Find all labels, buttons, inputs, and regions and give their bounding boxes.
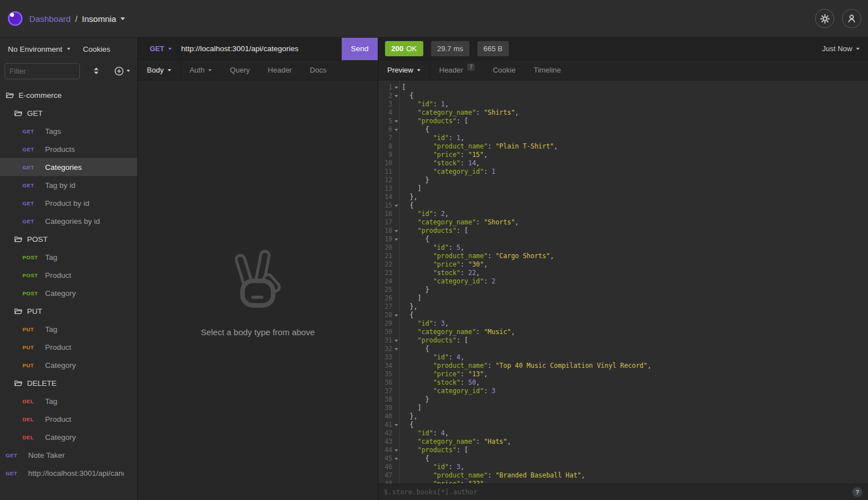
code-line: 27 }, — [378, 303, 868, 311]
chevron-down-icon — [856, 48, 860, 50]
line-number: 4 — [378, 109, 392, 117]
response-code: 1[2 {3 "id": 1,4 "category_name": "Shirt… — [378, 83, 868, 484]
code-line: 41 { — [378, 421, 868, 429]
code-line: 23 "stock": 22, — [378, 269, 868, 277]
folder-label: POST — [27, 235, 48, 244]
line-number: 46 — [378, 463, 392, 471]
code-line: 10 "stock": 14, — [378, 159, 868, 168]
tab-header[interactable]: Header — [259, 60, 301, 80]
sidebar-request[interactable]: DELTag — [0, 392, 137, 410]
sidebar-request[interactable]: DELCategory — [0, 428, 137, 446]
folder-open-icon — [14, 380, 23, 387]
environment-label: No Environment — [8, 45, 62, 53]
sidebar-request[interactable]: GETProduct by id — [0, 194, 137, 212]
code-line: 35 "price": "13", — [378, 370, 868, 379]
sidebar-request[interactable]: POSTProduct — [0, 266, 137, 284]
sidebar-request[interactable]: GETCategories by id — [0, 212, 137, 230]
code-line: 16 "id": 2, — [378, 210, 868, 218]
folder-label: GET — [27, 109, 43, 118]
sidebar-request[interactable]: PUTProduct — [0, 338, 137, 356]
tab-body[interactable]: Body — [138, 60, 180, 80]
url-input[interactable]: http://localhost:3001/api/categories — [181, 44, 342, 53]
send-button[interactable]: Send — [342, 38, 378, 60]
sidebar-request[interactable]: GEThttp://localhost:3001/api/candida... — [0, 464, 137, 482]
main-layout: No Environment Cookies — [0, 38, 868, 500]
sidebar-request[interactable]: GETTag by id — [0, 176, 137, 194]
sidebar-filter-input[interactable] — [5, 63, 80, 79]
breadcrumb-separator: / — [75, 14, 77, 24]
sidebar-request[interactable]: GETCategories — [0, 158, 137, 176]
tab-response-header[interactable]: Header 7 — [430, 60, 484, 80]
code-line: 17 "category_name": "Shorts", — [378, 218, 868, 227]
breadcrumb-workspace-link[interactable]: Dashboard — [29, 14, 70, 24]
tab-auth[interactable]: Auth — [181, 60, 221, 80]
method-tag: DEL — [23, 434, 39, 440]
method-tag: GET — [23, 128, 39, 134]
response-pane: 200 OK 29.7 ms 665 B Just Now Preview He… — [378, 38, 868, 500]
line-number: 24 — [378, 277, 392, 286]
help-icon[interactable]: ? — [852, 487, 862, 497]
line-number: 19 — [378, 235, 392, 244]
gutter-divider — [399, 80, 400, 484]
code-text: [ — [400, 83, 406, 92]
sidebar-folder[interactable]: E-commerce — [0, 86, 137, 104]
code-line: 1[ — [378, 83, 868, 92]
line-number: 42 — [378, 429, 392, 438]
code-text: "product_name": "Top 40 Music Compilatio… — [400, 362, 651, 370]
sidebar-request[interactable]: PUTTag — [0, 320, 137, 338]
code-text: "stock": 50, — [400, 379, 480, 387]
response-history-dropdown[interactable]: Just Now — [822, 44, 868, 53]
code-line: 36 "stock": 50, — [378, 379, 868, 387]
request-tabs: Body Auth Query Header Docs — [138, 60, 378, 80]
sidebar-request[interactable]: GETNote Taker — [0, 446, 137, 464]
line-number: 22 — [378, 260, 392, 269]
url-bar: GET http://localhost:3001/api/categories… — [138, 38, 378, 60]
account-button[interactable] — [842, 9, 861, 28]
code-line: 9 "price": "15", — [378, 151, 868, 159]
tab-timeline[interactable]: Timeline — [525, 60, 570, 80]
request-label: Tag — [45, 253, 57, 262]
create-request-button[interactable] — [114, 66, 130, 76]
sort-button[interactable] — [93, 67, 100, 75]
sidebar-folder[interactable]: POST — [0, 230, 137, 248]
sidebar-request[interactable]: DELProduct — [0, 410, 137, 428]
jsonpath-filter-input[interactable] — [384, 488, 848, 496]
sidebar-request[interactable]: GETTags — [0, 122, 137, 140]
sidebar-folder[interactable]: PUT — [0, 302, 137, 320]
method-dropdown[interactable]: GET — [138, 45, 172, 53]
tab-query[interactable]: Query — [221, 60, 258, 80]
code-text: "stock": 14, — [400, 159, 480, 168]
code-text: "category_name": "Hats", — [400, 438, 511, 446]
response-body-viewer[interactable]: 1[2 {3 "id": 1,4 "category_name": "Shirt… — [378, 80, 868, 484]
sidebar-request[interactable]: PUTCategory — [0, 356, 137, 374]
code-line: 46 "id": 3, — [378, 463, 868, 471]
tab-preview-label: Preview — [387, 66, 413, 74]
settings-button[interactable] — [815, 9, 834, 28]
code-line: 44 "products": [ — [378, 446, 868, 454]
code-text: "id": 4, — [400, 429, 449, 438]
cookies-button[interactable]: Cookies — [77, 43, 116, 56]
code-text: { — [400, 454, 429, 463]
insomnia-logo-icon[interactable] — [8, 11, 23, 26]
tab-preview[interactable]: Preview — [378, 60, 429, 80]
chevron-down-icon[interactable] — [120, 17, 125, 20]
line-number: 47 — [378, 471, 392, 480]
request-list: E-commerceGETGETTagsGETProductsGETCatego… — [0, 82, 137, 500]
sidebar-request[interactable]: POSTTag — [0, 248, 137, 266]
environment-selector[interactable]: No Environment — [5, 43, 74, 56]
sidebar-folder[interactable]: GET — [0, 104, 137, 122]
sidebar-folder[interactable]: DELETE — [0, 374, 137, 392]
line-number: 28 — [378, 311, 392, 319]
tab-docs[interactable]: Docs — [301, 60, 335, 80]
sidebar-request[interactable]: POSTCategory — [0, 284, 137, 302]
code-text: { — [400, 201, 414, 210]
method-tag: POST — [23, 254, 39, 260]
sidebar-request[interactable]: GETProducts — [0, 140, 137, 158]
line-number: 33 — [378, 353, 392, 362]
breadcrumb-project[interactable]: Insomnia — [82, 14, 117, 24]
method-tag: PUT — [23, 362, 39, 368]
response-time-badge: 29.7 ms — [431, 41, 469, 56]
code-line: 21 "product_name": "Cargo Shorts", — [378, 252, 868, 260]
code-text: "id": 3, — [400, 463, 464, 471]
tab-cookie[interactable]: Cookie — [484, 60, 524, 80]
